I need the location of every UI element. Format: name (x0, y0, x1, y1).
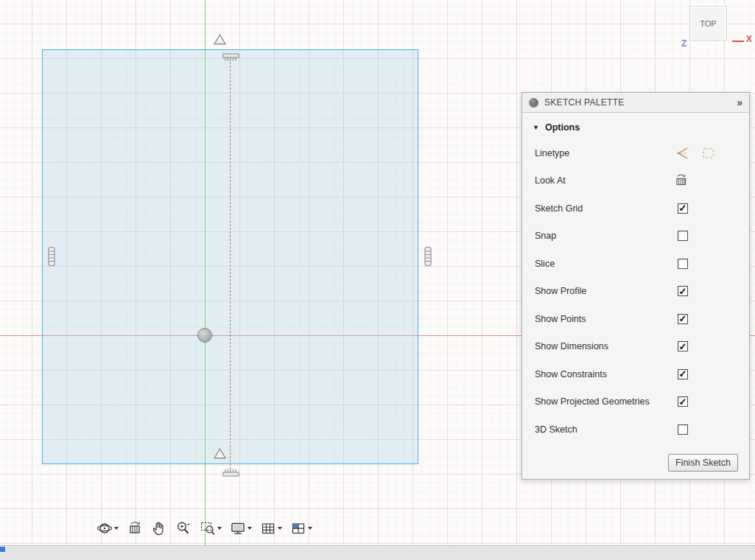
chevron-down-icon: ▼ (533, 124, 539, 131)
construction-midline[interactable] (230, 62, 231, 469)
slice-checkbox[interactable] (678, 259, 688, 269)
grid-and-snaps-icon (260, 520, 276, 536)
display-settings-button[interactable] (228, 519, 254, 537)
fit-button[interactable] (197, 519, 224, 537)
palette-row: 3D Sketch (522, 416, 749, 444)
look-at-button[interactable] (124, 519, 145, 537)
display-settings-icon (230, 520, 246, 536)
symmetry-constraint-icon[interactable] (213, 447, 227, 460)
sketch-palette-title: SKETCH PALETTE (544, 97, 737, 108)
palette-row: Show Constraints✓ (522, 360, 749, 388)
bottom-bar-accent (0, 547, 5, 552)
palette-row-label: 3D Sketch (535, 424, 577, 435)
orbit-button[interactable] (94, 519, 121, 537)
show-points-checkbox[interactable]: ✓ (678, 314, 688, 324)
palette-row: Sketch Grid✓ (522, 195, 749, 223)
viewcube-z-axis-label: Z (681, 38, 686, 49)
sketch-palette-icon (529, 98, 538, 108)
3d-sketch-checkbox[interactable] (678, 424, 688, 435)
horizontal-constraint-icon[interactable] (47, 246, 56, 267)
centerline-linetype-button[interactable] (674, 146, 690, 161)
sketch-palette-panel: SKETCH PALETTE » ▼ Options LinetypeLook … (522, 92, 750, 480)
midpoint-constraint-icon[interactable] (222, 468, 239, 477)
palette-row-label: Show Points (535, 314, 586, 324)
snap-checkbox[interactable] (678, 231, 688, 241)
symmetry-constraint-icon[interactable] (213, 33, 227, 46)
nav-toolbar (94, 519, 315, 537)
palette-row: Slice (522, 250, 749, 278)
zoom-icon (175, 520, 192, 536)
viewports-button[interactable] (288, 519, 315, 537)
palette-row-label: Show Dimensions (535, 341, 608, 351)
orbit-icon (96, 520, 113, 536)
grid-and-snaps-button[interactable] (258, 519, 284, 537)
bottom-status-strip (0, 545, 755, 560)
palette-row-label: Snap (535, 231, 556, 241)
pan-icon (151, 520, 167, 536)
sketch-palette-header[interactable]: SKETCH PALETTE » (522, 93, 749, 113)
palette-row: Linetype (522, 139, 749, 167)
palette-row-label: Slice (535, 259, 555, 269)
app-window: TOP Z X SKETCH PALETTE » ▼ Options Linet… (0, 0, 755, 560)
show-profile-checkbox[interactable]: ✓ (678, 286, 688, 296)
zoom-button[interactable] (173, 519, 194, 537)
fit-dropdown-arrow[interactable] (217, 527, 222, 530)
midpoint-constraint-icon[interactable] (222, 53, 239, 62)
palette-row: Show Dimensions✓ (522, 333, 749, 361)
look-at-icon (127, 520, 143, 536)
show-projected-geometries-checkbox[interactable]: ✓ (678, 396, 688, 407)
viewcube-x-axis-label: X (746, 34, 752, 44)
viewcube-top-face[interactable]: TOP (689, 6, 727, 41)
grid-and-snaps-dropdown-arrow[interactable] (278, 527, 282, 530)
palette-row: Look At (522, 167, 749, 195)
palette-row: Show Profile✓ (522, 278, 749, 306)
palette-row-label: Show Constraints (535, 369, 607, 379)
finish-sketch-button[interactable]: Finish Sketch (668, 454, 738, 472)
x-axis-indicator-line (732, 41, 744, 42)
options-section-header[interactable]: ▼ Options (522, 113, 749, 139)
palette-row: Show Projected Geometries✓ (522, 388, 749, 416)
show-dimensions-checkbox[interactable]: ✓ (678, 341, 688, 351)
palette-row-label: Linetype (535, 148, 569, 158)
display-settings-dropdown-arrow[interactable] (247, 527, 252, 530)
palette-rows: LinetypeLook AtSketch Grid✓SnapSliceShow… (522, 139, 749, 444)
palette-row: Snap (522, 223, 749, 251)
fit-icon (200, 520, 216, 536)
show-constraints-checkbox[interactable]: ✓ (678, 369, 688, 379)
orbit-dropdown-arrow[interactable] (114, 527, 119, 530)
palette-row: Show Points✓ (522, 305, 749, 333)
construction-linetype-button[interactable] (701, 146, 716, 161)
viewports-dropdown-arrow[interactable] (308, 527, 312, 530)
collapse-panel-icon[interactable]: » (737, 97, 742, 108)
pan-button[interactable] (149, 519, 169, 537)
palette-row-label: Look At (535, 175, 566, 186)
horizontal-constraint-icon[interactable] (424, 246, 432, 267)
look-at-button[interactable] (674, 173, 689, 188)
sketch-grid-checkbox[interactable]: ✓ (678, 203, 688, 214)
options-section-label: Options (545, 122, 580, 133)
origin-point[interactable] (197, 328, 212, 343)
palette-row-label: Show Profile (535, 286, 586, 296)
viewports-icon (290, 520, 306, 536)
palette-row-label: Show Projected Geometries (535, 396, 650, 407)
palette-row-label: Sketch Grid (535, 203, 583, 214)
